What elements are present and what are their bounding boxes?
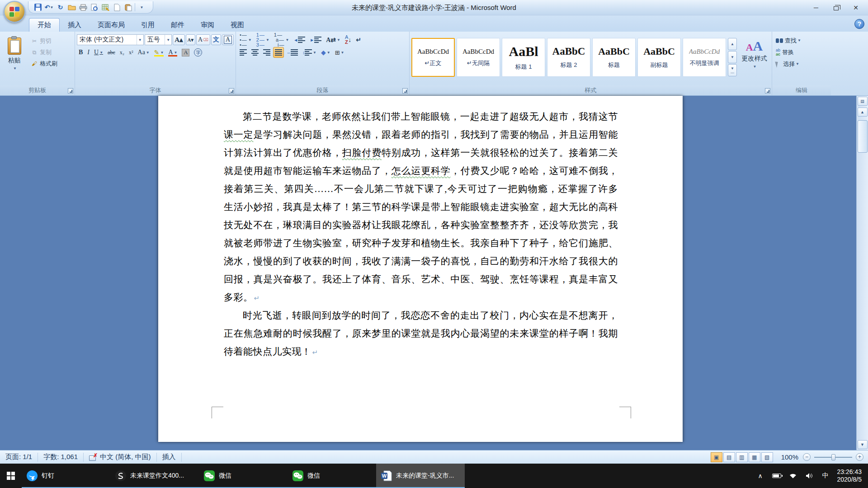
select-button[interactable]: 选择▼ [774,59,829,69]
tab-引用[interactable]: 引用 [133,18,163,32]
outline-view-button[interactable]: ▦ [749,452,760,462]
font-color-button[interactable]: A▼ [166,47,179,58]
word-count-indicator[interactable]: 字数: 1,061 [38,453,84,462]
enclose-characters-button[interactable]: 字 [192,47,204,58]
taskbar-item-微信[interactable]: 微信 [288,464,376,488]
style-无间隔[interactable]: AaBbCcDd↵无间隔 [457,38,500,77]
zoom-slider-thumb[interactable] [831,454,835,460]
align-center-button[interactable] [250,47,260,58]
copy-button[interactable]: ⧉ 复制 [29,47,59,57]
save-icon[interactable] [33,3,42,12]
redo-icon[interactable]: ↻ [56,3,65,12]
document-page[interactable]: 第二节是数学课，老师依然让我们带上智能眼镜，一起走进了超级无人超市，我猜这节课一… [158,96,683,442]
taskbar-item-钉钉[interactable]: 钉钉 [22,464,110,488]
strikethrough-button[interactable]: abc [106,47,117,58]
document-text[interactable]: 第二节是数学课，老师依然让我们带上智能眼镜，一起走进了超级无人超市，我猜这节课一… [224,108,618,361]
zoom-out-button[interactable]: − [803,453,811,461]
decrease-indent-button[interactable]: ◄ [292,34,307,45]
undo-icon[interactable]: ↶▼ [44,3,54,12]
ime-indicator[interactable]: 中 [821,471,830,480]
change-styles-button[interactable]: AA 更改样式 ▼ [739,34,770,81]
distribute-button[interactable]: ↔ [285,47,300,58]
volume-icon[interactable] [805,471,814,480]
superscript-button[interactable]: x² [127,47,135,58]
styles-dialog-launcher[interactable] [765,88,770,94]
line-spacing-button[interactable]: ↕▼ [301,47,318,58]
style-标题 1[interactable]: AaBl标题 1 [502,38,545,77]
character-border-button[interactable]: A [222,34,234,45]
restore-button[interactable] [826,2,845,14]
print-icon[interactable] [78,3,88,12]
asian-layout-button[interactable]: A⇄▼ [324,34,342,45]
zoom-level[interactable]: 100% [781,453,798,461]
underline-button[interactable]: U▼ [92,47,105,58]
change-case-button[interactable]: Aa▼ [136,47,151,58]
tab-开始[interactable]: 开始 [29,18,60,32]
multilevel-list-button[interactable]: 1— a— i—▼ [272,34,291,45]
clipboard-dialog-launcher[interactable] [68,88,73,94]
clock[interactable]: 23:26:43 2020/8/5 [837,468,862,483]
italic-button[interactable]: I [85,47,91,58]
font-name-combo[interactable]: 宋体 (中文正文)▼ [77,34,144,45]
tab-插入[interactable]: 插入 [60,18,90,32]
style-标题[interactable]: AaBbC标题 [592,38,636,77]
borders-button[interactable]: ⊞▼ [333,47,346,58]
open-icon[interactable] [67,3,76,12]
scrollbar-thumb[interactable] [858,120,868,153]
style-副标题[interactable]: AaBbC副标题 [637,38,681,77]
ruler-toggle-button[interactable]: ▤ [858,97,868,106]
paste-button[interactable]: 粘贴 ▼ [2,34,27,81]
justify-button[interactable] [273,47,284,58]
web-layout-view-button[interactable]: ▥ [736,452,748,462]
pinyin-guide-button[interactable]: 文 [211,34,221,45]
format-painter-button[interactable]: 🖌 格式刷 [29,59,59,69]
zoom-slider[interactable] [814,453,852,462]
font-dialog-launcher[interactable] [229,88,234,94]
increase-indent-button[interactable]: ► [308,34,323,45]
minimize-button[interactable]: ─ [807,2,826,14]
grow-font-button[interactable]: A▴ [173,34,184,45]
quick-table-icon[interactable] [101,3,110,12]
insert-mode-indicator[interactable]: 插入 [157,453,182,462]
help-button[interactable]: ? [854,19,864,29]
hidden-icons-chevron[interactable]: ∧ [756,471,765,480]
tab-审阅[interactable]: 审阅 [193,18,222,32]
qat-customize-arrow[interactable]: ▼ [137,3,146,12]
draft-view-button[interactable]: ▧ [761,452,773,462]
shading-button[interactable]: ◆▼ [319,47,332,58]
scroll-up-button[interactable]: ▲ [858,108,868,117]
paste-dropdown-arrow[interactable]: ▼ [13,66,17,70]
fullscreen-reading-view-button[interactable]: ▤ [723,452,735,462]
paragraph-dialog-launcher[interactable] [402,88,408,94]
network-icon[interactable] [788,471,797,480]
scroll-down-button[interactable]: ▼ [858,440,868,449]
align-right-button[interactable] [261,47,272,58]
page-indicator[interactable]: 页面: 1/1 [0,453,38,462]
close-button[interactable]: ✕ [846,2,865,14]
gallery-expand[interactable]: ▼― [728,64,737,76]
taskbar-item-未来课堂作文400[interactable]: 未来课堂作文400... [110,464,199,488]
bold-button[interactable]: B [77,47,85,58]
font-size-combo[interactable]: 五号▼ [145,34,172,45]
tab-页面布局[interactable]: 页面布局 [90,18,133,32]
sort-button[interactable]: AZ↓ [343,34,353,45]
taskbar-item-未来的课堂巩义市[interactable]: W未来的课堂-巩义市... [376,464,465,488]
gallery-scroll-up[interactable]: ▲ [728,38,737,50]
show-hide-marks-button[interactable]: ↵ [354,34,363,45]
character-shading-button[interactable]: A [180,47,191,58]
new-document-icon[interactable] [112,3,122,12]
start-button[interactable] [0,464,22,488]
find-button[interactable]: 查找▼ [774,35,829,46]
taskbar-item-微信[interactable]: 微信 [199,464,288,488]
subscript-button[interactable]: x₂ [118,47,126,58]
cut-button[interactable]: ✂ 剪切 [29,36,59,46]
gallery-scroll-down[interactable]: ▼ [728,51,737,63]
clear-formatting-button[interactable]: A⌫ [196,34,210,45]
style-正文[interactable]: AaBbCcDd↵正文 [411,38,455,77]
office-button[interactable] [4,1,25,23]
zoom-in-button[interactable]: + [856,453,863,461]
numbering-button[interactable]: 1—2—3—▼ [255,34,271,45]
paste-special-icon[interactable] [123,3,133,12]
style-标题 2[interactable]: AaBbC标题 2 [547,38,590,77]
tab-视图[interactable]: 视图 [222,18,252,32]
